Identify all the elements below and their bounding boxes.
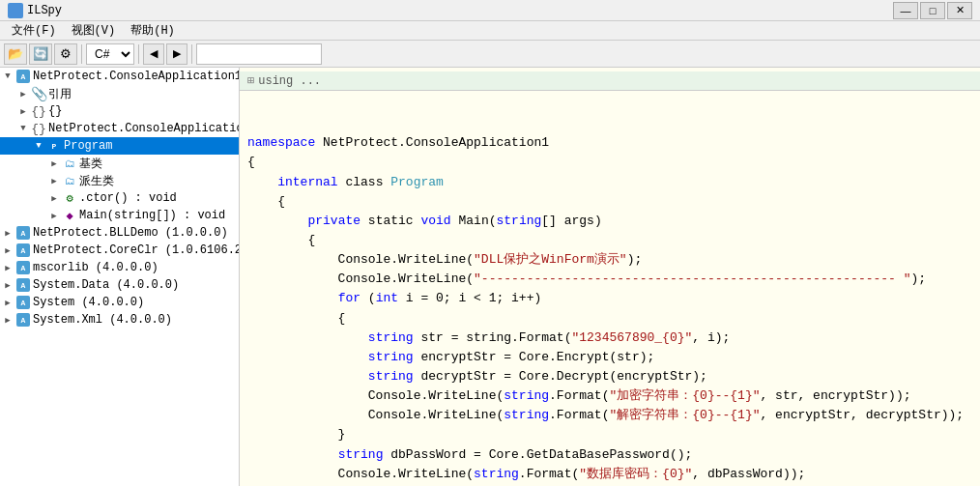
tree-label-baseclasses: 基类 (79, 156, 102, 172)
search-input[interactable] (196, 43, 322, 65)
language-select[interactable]: C# IL VB (86, 43, 134, 65)
main-layout: ▼ANetProtect.ConsoleApplication1 (1.▶📎引用… (0, 68, 980, 486)
tree-item-baseclasses[interactable]: ▶🗂基类 (0, 155, 239, 172)
tree-icon-program: P (46, 138, 62, 154)
code-namespace-line: namespace NetProtect.ConsoleApplication1 (247, 133, 972, 153)
code-line-0: { (247, 153, 972, 172)
code-line-6: Console.WriteLine("---------------------… (247, 270, 972, 289)
title-bar: ILSpy — □ ✕ (0, 0, 980, 21)
expand-icon-derived[interactable]: ▶ (46, 172, 62, 189)
open-button[interactable]: 📂 (4, 43, 27, 65)
code-line-2: { (247, 192, 972, 212)
expand-icon-system[interactable]: ▶ (0, 294, 15, 311)
tree-icon-ctor: ⚙ (62, 190, 77, 206)
expand-icon-blldemo[interactable]: ▶ (0, 224, 15, 242)
tree-icon-coreclr: A (15, 243, 31, 258)
menu-help[interactable]: 帮助(H) (123, 21, 183, 40)
code-panel: ⊞ using ... namespace NetProtect.Console… (240, 68, 980, 486)
tree-item-blldemo[interactable]: ▶ANetProtect.BLLDemo (1.0.0.0) (0, 224, 239, 242)
code-line-1: internal class Program (247, 173, 972, 192)
code-line-8: { (247, 309, 972, 329)
menu-bar: 文件(F) 视图(V) 帮助(H) (0, 21, 980, 41)
tree-label-sysdata: System.Data (4.0.0.0) (33, 278, 179, 292)
tree-label-mscorlib: mscorlib (4.0.0.0) (33, 261, 159, 274)
tree-item-sysxml[interactable]: ▶ASystem.Xml (4.0.0.0) (0, 311, 239, 329)
tree-item-system[interactable]: ▶ASystem (4.0.0.0) (0, 294, 239, 311)
refresh-button[interactable]: 🔄 (29, 43, 52, 65)
tree-label-program: Program (64, 139, 112, 153)
expand-icon-main[interactable]: ▶ (46, 207, 62, 224)
code-line-10: string encryptStr = Core.Encrypt(str); (247, 348, 972, 367)
tree-item-netprotect-ns[interactable]: ▼{}NetProtect.ConsoleApplication1 (0, 120, 239, 137)
expand-icon-brace[interactable]: ▶ (15, 102, 31, 120)
tree-item-sysdata[interactable]: ▶ASystem.Data (4.0.0.0) (0, 276, 239, 294)
code-line-7: for (int i = 0; i < 1; i++) (247, 289, 972, 308)
expand-icon-ref[interactable]: ▶ (15, 85, 31, 102)
tree-label-main: Main(string[]) : void (79, 209, 225, 222)
back-button[interactable]: ◀ (143, 43, 164, 65)
code-line-12: Console.WriteLine(string.Format("加密字符串：{… (247, 386, 972, 406)
close-button[interactable]: ✕ (947, 2, 972, 19)
tree-label-ref: 引用 (48, 86, 72, 102)
tree-item-main[interactable]: ▶◆Main(string[]) : void (0, 207, 239, 224)
expand-icon-sysdata[interactable]: ▶ (0, 276, 15, 294)
expand-icon-ctor[interactable]: ▶ (46, 189, 62, 207)
menu-view[interactable]: 视图(V) (64, 21, 124, 40)
tree-icon-brace: {} (31, 103, 46, 119)
tree-label-netprotect1: NetProtect.ConsoleApplication1 (1. (33, 70, 240, 83)
tree-label-netprotect-ns: NetProtect.ConsoleApplication1 (48, 122, 240, 135)
app-icon (8, 3, 23, 18)
tree-label-blldemo: NetProtect.BLLDemo (1.0.0.0) (33, 226, 228, 240)
tree-label-system: System (4.0.0.0) (33, 296, 144, 309)
toolbar: 📂 🔄 ⚙ C# IL VB ◀ ▶ (0, 41, 980, 68)
tree-icon-sysdata: A (15, 277, 31, 293)
tree-icon-mscorlib: A (15, 260, 31, 275)
tree-label-brace: {} (48, 104, 62, 118)
settings-button[interactable]: ⚙ (54, 43, 77, 65)
code-content: namespace NetProtect.ConsoleApplication1… (240, 91, 980, 486)
expand-icon-netprotect1[interactable]: ▼ (0, 68, 15, 85)
tree-item-mscorlib[interactable]: ▶Amscorlib (4.0.0.0) (0, 259, 239, 276)
tree-item-brace[interactable]: ▶{}{} (0, 102, 239, 120)
expand-icon-program[interactable]: ▼ (31, 137, 46, 155)
minimize-button[interactable]: — (893, 2, 918, 19)
expand-icon-netprotect-ns[interactable]: ▼ (15, 120, 31, 137)
tree-item-netprotect1[interactable]: ▼ANetProtect.ConsoleApplication1 (1. (0, 68, 239, 85)
tree-icon-blldemo: A (15, 225, 31, 241)
menu-file[interactable]: 文件(F) (4, 21, 64, 40)
code-line-14: } (247, 425, 972, 444)
tree-label-sysxml: System.Xml (4.0.0.0) (33, 313, 172, 327)
expand-icon-sysxml[interactable]: ▶ (0, 311, 15, 329)
tree-icon-netprotect1: A (15, 69, 31, 84)
collapse-label: using ... (258, 74, 321, 88)
expand-icon-mscorlib[interactable]: ▶ (0, 259, 15, 276)
collapse-icon: ⊞ (247, 73, 254, 88)
tree-icon-ref: 📎 (31, 86, 46, 101)
tree-label-ctor: .ctor() : void (79, 191, 177, 205)
forward-button[interactable]: ▶ (166, 43, 187, 65)
code-line-5: Console.WriteLine("DLL保护之WinForm演示"); (247, 250, 972, 270)
code-line-11: string decryptStr = Core.Decrypt(encrypt… (247, 367, 972, 386)
maximize-button[interactable]: □ (920, 2, 945, 19)
tree-item-coreclr[interactable]: ▶ANetProtect.CoreClr (1.0.6106.26896 (0, 242, 239, 259)
collapse-bar[interactable]: ⊞ using ... (240, 71, 980, 91)
tree-item-ctor[interactable]: ▶⚙.ctor() : void (0, 189, 239, 207)
code-line-9: string str = string.Format("1234567890_{… (247, 329, 972, 348)
tree-label-derived: 派生类 (79, 173, 114, 189)
tree-icon-netprotect-ns: {} (31, 121, 46, 136)
tree-panel: ▼ANetProtect.ConsoleApplication1 (1.▶📎引用… (0, 68, 240, 486)
code-line-13: Console.WriteLine(string.Format("解密字符串：{… (247, 406, 972, 425)
toolbar-sep2 (138, 44, 139, 64)
code-line-15: string dbPassWord = Core.GetDataBasePass… (247, 445, 972, 465)
app-title: ILSpy (27, 4, 893, 17)
toolbar-sep1 (81, 44, 82, 64)
expand-icon-baseclasses[interactable]: ▶ (46, 155, 62, 172)
tree-item-ref[interactable]: ▶📎引用 (0, 85, 239, 102)
code-line-3: private static void Main(string[] args) (247, 212, 972, 231)
tree-icon-main: ◆ (62, 208, 77, 223)
expand-icon-coreclr[interactable]: ▶ (0, 242, 15, 259)
tree-item-derived[interactable]: ▶🗂派生类 (0, 172, 239, 189)
tree-item-program[interactable]: ▼PProgram (0, 137, 239, 155)
toolbar-sep3 (191, 44, 192, 64)
tree-icon-derived: 🗂 (62, 173, 77, 188)
